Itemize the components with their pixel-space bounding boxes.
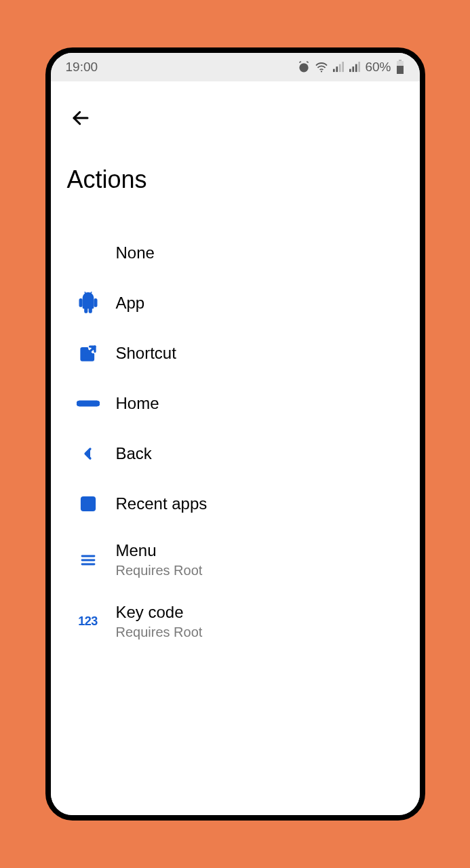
action-item-recent-apps[interactable]: Recent apps [60,479,410,529]
signal-icon-1 [332,62,345,73]
item-label: Home [116,394,410,413]
svg-rect-8 [355,64,357,73]
device-frame: 19:00 60% Actions Non [45,47,425,821]
svg-rect-15 [79,299,82,307]
action-item-keycode[interactable]: 123 Key code Requires Root [60,591,410,652]
action-item-home[interactable]: Home [60,378,410,429]
status-bar: 19:00 60% [51,53,420,81]
svg-rect-18 [89,307,92,313]
home-pill-icon [77,399,100,408]
status-right: 60% [297,60,404,75]
action-item-back[interactable]: Back [60,429,410,479]
wifi-icon [315,62,328,73]
svg-rect-6 [349,69,351,72]
action-item-menu[interactable]: Menu Requires Root [60,529,410,591]
svg-point-1 [321,71,322,72]
svg-rect-16 [94,299,97,307]
svg-rect-10 [399,60,402,61]
item-label: Recent apps [116,494,410,513]
item-subtitle: Requires Root [116,625,410,640]
page-title: Actions [67,165,410,194]
status-time: 19:00 [66,60,98,75]
item-label: Menu [116,541,410,560]
android-icon [77,291,99,315]
svg-rect-3 [336,66,338,72]
svg-rect-14 [83,298,93,308]
svg-rect-2 [333,69,335,72]
item-label: None [116,243,410,262]
svg-rect-12 [397,66,404,74]
item-label: Key code [116,603,410,622]
signal-icon-2 [349,62,361,73]
svg-rect-7 [353,66,355,72]
item-label: Shortcut [116,344,410,363]
square-icon [79,494,98,513]
svg-rect-22 [77,401,100,406]
actions-list: None A [60,228,410,652]
alarm-icon [297,60,311,74]
item-subtitle: Requires Root [116,563,410,578]
battery-icon [395,60,405,75]
svg-rect-17 [84,307,87,313]
hamburger-icon [78,552,98,568]
action-item-none[interactable]: None [60,228,410,278]
item-label: App [116,294,410,313]
svg-rect-4 [339,64,341,73]
svg-point-0 [300,63,309,72]
chevron-left-icon [80,443,96,464]
svg-rect-23 [81,498,94,511]
screen-content: Actions None [51,81,420,815]
svg-rect-9 [359,62,361,72]
action-item-shortcut[interactable]: Shortcut [60,328,410,378]
open-in-new-icon [78,343,98,363]
svg-rect-5 [342,62,345,72]
item-label: Back [116,444,410,463]
action-item-app[interactable]: App [60,278,410,328]
arrow-left-icon [71,108,91,128]
battery-percent: 60% [365,60,391,75]
back-button[interactable] [67,104,94,132]
keycode-icon: 123 [78,614,98,629]
